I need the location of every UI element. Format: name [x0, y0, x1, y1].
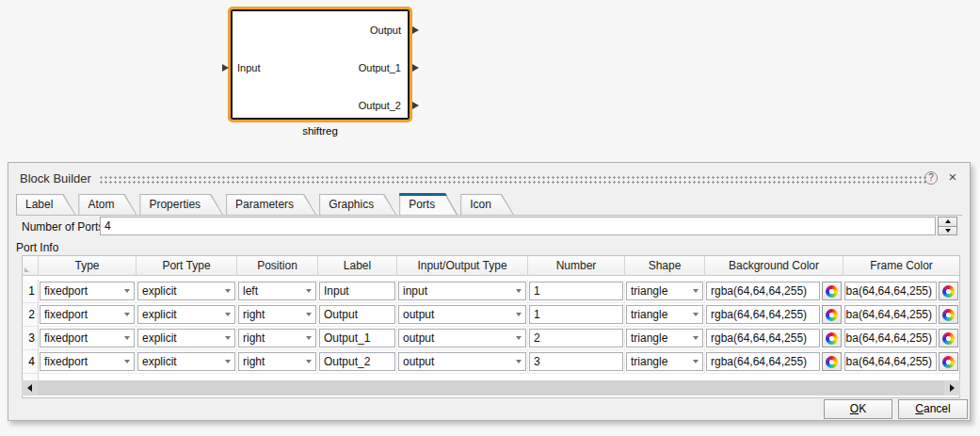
bg-color-input[interactable]: rgba(64,64,64,255): [706, 352, 820, 371]
bg-color-picker-button[interactable]: [822, 282, 842, 300]
tab-icon[interactable]: Icon: [460, 194, 514, 215]
bg-color-picker-button[interactable]: [822, 305, 842, 324]
horizontal-scrollbar[interactable]: [22, 380, 960, 396]
empty-row-header: [23, 374, 39, 380]
tab-label[interactable]: Label: [16, 194, 75, 215]
number-input[interactable]: 2: [529, 329, 623, 347]
frame-color-input[interactable]: rgba(64,64,64,255): [844, 352, 937, 371]
frame-color-picker-button[interactable]: [939, 305, 958, 324]
cancel-button[interactable]: Cancel: [898, 399, 968, 419]
bg-color-input[interactable]: rgba(64,64,64,255): [706, 282, 820, 300]
number-input[interactable]: 1: [529, 305, 623, 324]
dialog-title: Block Builder: [20, 171, 91, 186]
io-type-combo[interactable]: output: [398, 352, 526, 371]
row-number-cell[interactable]: 2: [23, 303, 39, 327]
tab-graphics[interactable]: Graphics: [319, 194, 396, 215]
io-type-combo[interactable]: output: [398, 305, 526, 324]
io-type-combo[interactable]: output: [398, 329, 526, 347]
frame-color-picker-button[interactable]: [939, 282, 958, 300]
dropdown-caret-icon: [124, 289, 130, 293]
tab-atom[interactable]: Atom: [78, 194, 137, 215]
port-type-combo[interactable]: explicit: [137, 305, 235, 324]
port-type-combo[interactable]: explicit: [137, 352, 235, 371]
frame-color-picker-button[interactable]: [939, 352, 958, 371]
label-input[interactable]: Output: [319, 305, 395, 324]
shiftreg-block[interactable]: Input Output Output_1 Output_2 shiftreg: [228, 7, 412, 122]
dropdown-caret-icon: [124, 360, 130, 363]
bg-color-picker-button[interactable]: [822, 329, 842, 347]
input-port-arrow-icon[interactable]: [222, 64, 229, 72]
label-input[interactable]: Output_1: [319, 329, 395, 347]
spin-down-button[interactable]: [938, 227, 957, 236]
port-table: Type Port Type Position Label Input/Outp…: [22, 255, 960, 398]
io-type-combo[interactable]: input: [398, 282, 526, 300]
column-header-number: Number: [528, 256, 625, 276]
ok-button[interactable]: OK: [824, 399, 892, 419]
empty-row: [39, 374, 959, 380]
scroll-left-button[interactable]: [22, 380, 38, 396]
dropdown-caret-icon: [516, 336, 522, 340]
dropdown-caret-icon: [306, 313, 312, 316]
output-2-port-arrow-icon[interactable]: [412, 102, 419, 109]
scroll-right-button[interactable]: [944, 380, 960, 396]
titlebar-drag-handle-dots[interactable]: [99, 175, 926, 184]
bg-color-input[interactable]: rgba(64,64,64,255): [706, 329, 820, 347]
dropdown-caret-icon: [693, 289, 699, 293]
type-combo[interactable]: fixedport: [40, 282, 135, 300]
port-type-combo[interactable]: explicit: [137, 329, 235, 347]
number-input[interactable]: 3: [529, 352, 623, 371]
tab-parameters[interactable]: Parameters: [226, 194, 316, 215]
frame-color-input[interactable]: rgba(64,64,64,255): [844, 329, 937, 347]
output-1-port-arrow-icon[interactable]: [412, 64, 419, 72]
type-combo[interactable]: fixedport: [40, 305, 135, 324]
dropdown-caret-icon: [516, 360, 522, 363]
color-wheel-icon: [942, 309, 955, 321]
position-combo[interactable]: left: [238, 282, 316, 300]
dropdown-caret-icon: [693, 360, 699, 363]
help-icon[interactable]: ?: [924, 171, 938, 185]
shape-combo[interactable]: triangle: [626, 305, 703, 324]
shape-combo[interactable]: triangle: [626, 282, 703, 300]
output-port-arrow-icon[interactable]: [412, 26, 419, 34]
color-wheel-icon: [826, 285, 838, 298]
shape-combo[interactable]: triangle: [626, 352, 703, 371]
type-combo[interactable]: fixedport: [40, 329, 135, 347]
dropdown-caret-icon: [306, 360, 312, 363]
tab-ports[interactable]: Ports: [399, 193, 458, 215]
dialog-titlebar[interactable]: Block Builder ? ×: [8, 163, 970, 193]
number-of-ports-input[interactable]: 4: [100, 217, 936, 235]
port-type-combo[interactable]: explicit: [137, 282, 235, 300]
number-of-ports-spinner: [938, 217, 957, 235]
dropdown-caret-icon: [225, 360, 231, 363]
shape-combo[interactable]: triangle: [626, 329, 703, 347]
type-combo[interactable]: fixedport: [40, 352, 135, 371]
color-wheel-icon: [826, 332, 838, 345]
frame-color-input[interactable]: rgba(64,64,64,255): [844, 282, 937, 300]
position-combo[interactable]: right: [238, 352, 316, 371]
diagram-canvas: Input Output Output_1 Output_2 shiftreg …: [0, 0, 980, 436]
tab-bar: Label Atom Properties Parameters Graphic…: [16, 194, 962, 216]
label-input[interactable]: Output_2: [319, 352, 395, 371]
dropdown-caret-icon: [225, 336, 231, 340]
tab-properties[interactable]: Properties: [139, 194, 223, 215]
color-wheel-icon: [942, 356, 955, 368]
color-wheel-icon: [942, 285, 955, 298]
frame-color-input[interactable]: rgba(64,64,64,255): [844, 305, 937, 324]
bg-color-input[interactable]: rgba(64,64,64,255): [706, 305, 820, 324]
bg-color-picker-button[interactable]: [822, 352, 842, 371]
position-combo[interactable]: right: [238, 329, 316, 347]
dropdown-caret-icon: [225, 289, 231, 293]
color-wheel-icon: [942, 332, 955, 345]
label-input[interactable]: Input: [319, 282, 395, 300]
scrollbar-thumb[interactable]: [38, 380, 944, 396]
row-number-cell[interactable]: 3: [23, 327, 39, 350]
frame-color-picker-button[interactable]: [939, 329, 958, 347]
port-label-output-1: Output_1: [359, 62, 401, 73]
row-number-cell[interactable]: 1: [23, 280, 39, 303]
number-input[interactable]: 1: [529, 282, 623, 300]
spin-up-button[interactable]: [938, 217, 957, 227]
position-combo[interactable]: right: [238, 305, 316, 324]
row-number-cell[interactable]: 4: [23, 350, 39, 374]
close-icon[interactable]: ×: [945, 170, 960, 185]
scrollbar-track[interactable]: [38, 380, 944, 396]
